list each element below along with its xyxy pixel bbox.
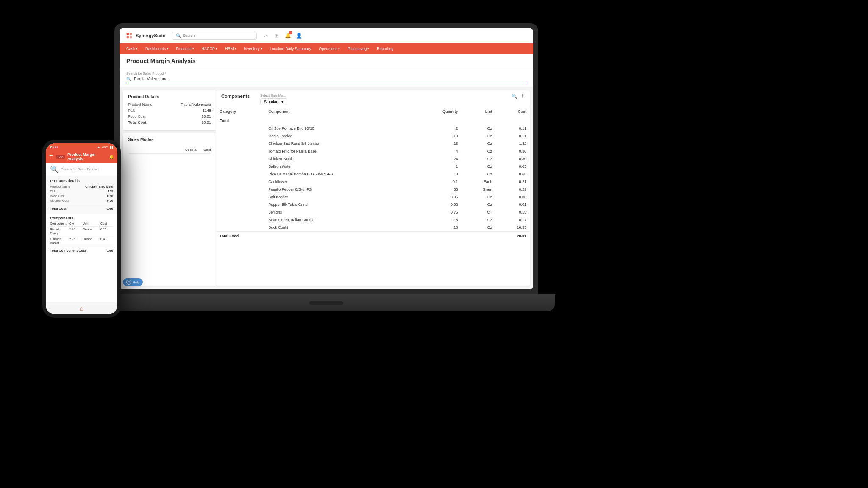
grid-button[interactable]: ⊞ bbox=[273, 32, 281, 39]
sales-modes-columns: Cost % Cost bbox=[128, 148, 211, 154]
phone-search-area[interactable]: 🔍 Search for Sales Product bbox=[46, 163, 117, 176]
row-cost: 0.00 bbox=[495, 193, 530, 201]
help-button[interactable]: ? Help bbox=[123, 278, 143, 286]
row-unit: Oz bbox=[462, 216, 496, 224]
row-category bbox=[216, 201, 265, 208]
phone-logo-badge: 72% bbox=[56, 155, 65, 159]
nav-location-daily[interactable]: Location Daily Summary bbox=[267, 45, 315, 53]
row-cost: 0.30 bbox=[495, 147, 530, 155]
screen-content: SynergySuite 🔍 ⌂ ⊞ 🔔 3 👤 bbox=[120, 28, 533, 289]
row-cost: 0.11 bbox=[495, 132, 530, 140]
phone-base-cost-value: 0.60 bbox=[81, 194, 113, 198]
left-panel: Product Details Product Name Paella Vale… bbox=[123, 90, 216, 286]
table-row: Duck Confit 18 Oz 16.33 bbox=[216, 224, 530, 232]
row-unit: Oz bbox=[462, 224, 496, 232]
notification-button[interactable]: 🔔 3 bbox=[284, 32, 292, 39]
header-search-input[interactable] bbox=[183, 33, 253, 38]
row-component: Tomato Frito for Paella Base bbox=[265, 147, 415, 155]
phone-menu-icon[interactable]: ☰ bbox=[49, 155, 53, 159]
nav-operations[interactable]: Operations▾ bbox=[315, 45, 343, 53]
detail-row-name: Product Name Paella Valenciana bbox=[128, 103, 211, 107]
search-product-input-row[interactable]: 🔍 Paella Valenciana bbox=[126, 77, 526, 83]
phone-page-title: Product Margin Analysis bbox=[67, 152, 106, 161]
components-table-area: Category Component Quantity Unit Cost bbox=[216, 107, 530, 286]
user-button[interactable]: 👤 bbox=[295, 32, 303, 39]
table-row: Chicken Stock 24 Oz 0.30 bbox=[216, 155, 530, 163]
row-component: Saffron Water bbox=[265, 163, 415, 170]
row-cost: 0.01 bbox=[495, 201, 530, 208]
download-components-button[interactable]: ⬇ bbox=[521, 94, 525, 99]
phone-home-button[interactable]: ⌂ bbox=[80, 305, 83, 312]
search-product-label: Search for Sales Product * bbox=[126, 72, 526, 75]
nav-purchasing[interactable]: Purchasing▾ bbox=[344, 45, 373, 53]
components-header: Components Select Sale Mo... Standard ▾ bbox=[216, 90, 530, 107]
row-category bbox=[216, 170, 265, 178]
nav-reporting[interactable]: Reporting bbox=[373, 45, 397, 53]
row-component: Chicken Brst Rand 8/5 Jumbo bbox=[265, 140, 415, 147]
nav-inventory[interactable]: Inventory▾ bbox=[241, 45, 266, 53]
phone-name-value: Chicken Bisc Meal bbox=[81, 185, 113, 189]
sale-mode-select: Select Sale Mo... Standard ▾ bbox=[260, 94, 287, 105]
row-unit: Oz bbox=[462, 155, 496, 163]
row-quantity: 2.5 bbox=[415, 216, 462, 224]
search-product-icon: 🔍 bbox=[126, 77, 131, 81]
components-label: Components bbox=[221, 94, 255, 99]
phone-status-icons: ▲WiFi▮▮ bbox=[97, 145, 113, 149]
row-unit: Each bbox=[462, 178, 496, 186]
page-area: Product Margin Analysis Search for Sales… bbox=[120, 54, 533, 289]
list-item: Chicken, Breast 2.25 Ounce 0.47 bbox=[50, 236, 113, 246]
total-food-label: Total Food bbox=[216, 232, 495, 240]
row-cost: 0.68 bbox=[495, 170, 530, 178]
row-component: Oil Soy Pomace Bnd 90/10 bbox=[265, 125, 415, 132]
nav-financial[interactable]: Financial▾ bbox=[173, 45, 198, 53]
sale-mode-dropdown[interactable]: Standard ▾ bbox=[260, 98, 287, 105]
laptop: SynergySuite 🔍 ⌂ ⊞ 🔔 3 👤 bbox=[114, 23, 538, 311]
phone-plu-label: PLU bbox=[50, 189, 75, 193]
detail-row-total-cost: Total Cost 20.01 bbox=[128, 120, 211, 125]
row-cost: 0.17 bbox=[495, 216, 530, 224]
home-button[interactable]: ⌂ bbox=[262, 32, 270, 39]
sales-modes-header: Sales Modes bbox=[128, 137, 211, 145]
row-unit: Oz bbox=[462, 193, 496, 201]
svg-point-3 bbox=[130, 36, 132, 39]
row-quantity: 0.75 bbox=[415, 208, 462, 216]
list-item: Biscuit, Dough 2.20 Ounce 0.13 bbox=[50, 227, 113, 236]
search-components-button[interactable]: 🔍 bbox=[512, 94, 517, 99]
page-header: Product Margin Analysis bbox=[120, 54, 533, 68]
header-search-bar[interactable]: 🔍 bbox=[172, 32, 257, 40]
row-category bbox=[216, 132, 265, 140]
row-component: Bean Green, Italian Cut IQF bbox=[265, 216, 415, 224]
phone-modifier-cost-value: 0.00 bbox=[81, 199, 113, 202]
col-quantity: Quantity bbox=[415, 107, 462, 116]
nav-cash[interactable]: Cash▾ bbox=[123, 45, 141, 53]
row-quantity: 68 bbox=[415, 186, 462, 193]
table-row: Chicken Brst Rand 8/5 Jumbo 15 Oz 1.32 bbox=[216, 140, 530, 147]
table-row: Oil Soy Pomace Bnd 90/10 2 Oz 0.11 bbox=[216, 125, 530, 132]
table-row: Saffron Water 1 Oz 0.03 bbox=[216, 163, 530, 170]
table-row: Rice La Marjal Bomba D.O. 4/5Kg -FS 8 Oz… bbox=[216, 170, 530, 178]
nav-dashboards[interactable]: Dashboards▾ bbox=[142, 45, 172, 53]
total-food-value: 20.01 bbox=[495, 232, 530, 240]
row-component: Lemons bbox=[265, 208, 415, 216]
product-details-title: Product Details bbox=[128, 94, 211, 99]
phone-notif-icon[interactable]: 🔔 bbox=[109, 155, 114, 159]
row-component: Salt Kosher bbox=[265, 193, 415, 201]
phone-plu-value: 109 bbox=[81, 189, 113, 193]
table-category-row: Food bbox=[216, 116, 530, 125]
table-row: Garlic, Peeled 0.3 Oz 0.11 bbox=[216, 132, 530, 140]
page-title: Product Margin Analysis bbox=[126, 58, 196, 64]
row-category bbox=[216, 155, 265, 163]
phone-bottom-nav: ⌂ bbox=[46, 302, 117, 314]
sale-mode-label: Select Sale Mo... bbox=[260, 94, 287, 97]
row-unit: Oz bbox=[462, 201, 496, 208]
nav-haccp[interactable]: HACCP▾ bbox=[198, 45, 221, 53]
phone-body: 2:33 ▲WiFi▮▮ ☰ 72% Product Margin Analys… bbox=[42, 140, 121, 318]
nav-hrm[interactable]: HRM▾ bbox=[222, 45, 240, 53]
row-category bbox=[216, 186, 265, 193]
row-component: Chicken Stock bbox=[265, 155, 415, 163]
phone-comp-total-row: Total Component Cost 0.60 bbox=[50, 247, 113, 254]
logo-text: SynergySuite bbox=[136, 33, 165, 38]
phone-modifier-cost-label: Modifier Cost bbox=[50, 199, 75, 202]
col-category: Category bbox=[216, 107, 265, 116]
row-quantity: 0.02 bbox=[415, 201, 462, 208]
